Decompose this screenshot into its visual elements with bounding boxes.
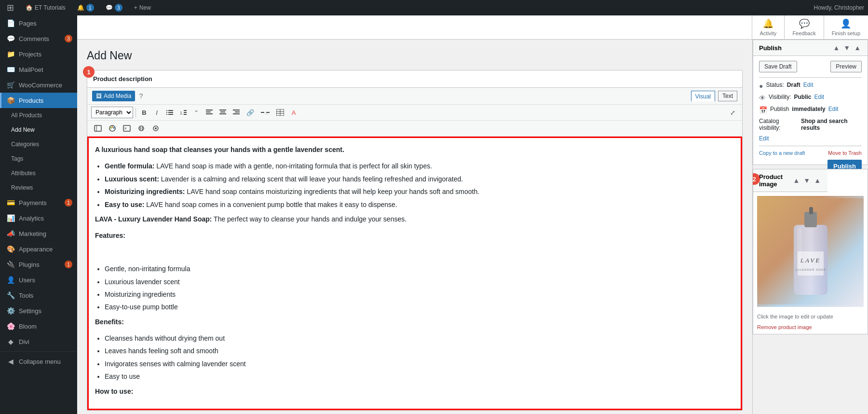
- italic-button[interactable]: I: [151, 107, 163, 118]
- tab-activity[interactable]: 🔔 Activity: [752, 15, 785, 39]
- svg-rect-0: [166, 110, 167, 111]
- sidebar-item-attributes[interactable]: Attributes: [0, 166, 77, 180]
- sidebar-item-mailpoet[interactable]: ✉️ MailPoet: [0, 62, 77, 77]
- blockquote-button[interactable]: ": [190, 107, 202, 118]
- sidebar-item-reviews[interactable]: Reviews: [0, 180, 77, 195]
- publish-box-toggle-btn[interactable]: ▼: [842, 44, 851, 52]
- publish-box-collapse-btn[interactable]: ▲: [832, 44, 841, 52]
- notifications-item[interactable]: 🔔 1: [74, 0, 97, 15]
- copy-draft-link[interactable]: Copy to a new draft: [759, 150, 805, 156]
- sidebar-item-divi[interactable]: ◆ Divi: [0, 334, 77, 349]
- publish-time-edit-link[interactable]: Edit: [828, 106, 839, 112]
- product-image-title: Product image: [759, 173, 792, 188]
- svg-rect-5: [168, 114, 173, 115]
- insert-table-button[interactable]: [273, 107, 287, 118]
- features-spacer: [95, 247, 734, 258]
- comments-item[interactable]: 💬 3: [103, 0, 125, 15]
- sidebar-item-products[interactable]: 📦 Products: [0, 93, 77, 108]
- sidebar-item-marketing[interactable]: 📣 Marketing: [0, 226, 77, 241]
- sidebar-item-label: Products: [19, 97, 43, 104]
- svg-point-38: [155, 127, 157, 129]
- users-icon: 👤: [6, 276, 15, 284]
- comments-icon: 💬: [106, 4, 113, 11]
- sidebar-item-collapse[interactable]: ◀ Collapse menu: [0, 354, 77, 369]
- custom-btn-5[interactable]: [149, 123, 163, 134]
- publish-box-close-btn[interactable]: ▲: [853, 44, 862, 52]
- insert-link-button[interactable]: 🔗: [244, 107, 257, 118]
- sidebar-item-appearance[interactable]: 🎨 Appearance: [0, 241, 77, 257]
- add-media-button[interactable]: 🖼 Add Media: [92, 91, 135, 101]
- header-bar: 🔔 Activity 💬 Feedback 👤 Finish setup: [77, 15, 868, 40]
- custom-btn-3[interactable]: ≡: [120, 123, 134, 134]
- site-name-item[interactable]: 🏠 ET Tutorials: [23, 0, 68, 15]
- status-edit-link[interactable]: Edit: [803, 82, 814, 88]
- product-image-toggle-btn[interactable]: ▼: [802, 177, 811, 184]
- woocommerce-icon: 🛒: [6, 81, 15, 89]
- sidebar-item-pages[interactable]: 📄 Pages: [0, 15, 77, 31]
- save-draft-button[interactable]: Save Draft: [759, 61, 797, 72]
- lava-line: LAVA - Luxury Lavender Hand Soap: The pe…: [95, 214, 734, 224]
- status-label: Status:: [766, 82, 784, 88]
- sidebar-item-label: Pages: [19, 20, 37, 27]
- help-icon[interactable]: ?: [139, 92, 143, 100]
- sidebar-item-woocommerce[interactable]: 🛒 WooCommerce: [0, 77, 77, 93]
- publish-box-title: Publish: [759, 44, 782, 52]
- catalog-edit-link[interactable]: Edit: [759, 135, 769, 142]
- svg-rect-3: [168, 112, 173, 113]
- align-left-button[interactable]: [203, 107, 216, 118]
- product-image-container[interactable]: LAVE LAVENDER SOAP: [753, 192, 868, 311]
- list-item: Luxurious scent: Lavender is a calming a…: [105, 174, 734, 184]
- sidebar-item-payments[interactable]: 💳 Payments 1: [0, 195, 77, 210]
- sidebar-item-comments[interactable]: 💬 Comments 3: [0, 31, 77, 46]
- custom-btn-2[interactable]: [106, 123, 119, 134]
- new-content-item[interactable]: + New: [131, 0, 154, 15]
- custom-btn-1[interactable]: [91, 123, 105, 134]
- tab-finish-setup[interactable]: 👤 Finish setup: [824, 15, 868, 39]
- wp-logo-item[interactable]: ⊞: [4, 0, 17, 15]
- mailpoet-icon: ✉️: [6, 66, 15, 73]
- tab-feedback[interactable]: 💬 Feedback: [784, 15, 823, 39]
- sidebar-item-add-new[interactable]: Add New: [0, 123, 77, 137]
- custom-btn-4[interactable]: [135, 123, 148, 134]
- ordered-list-button[interactable]: 1.: [177, 107, 190, 118]
- sidebar-item-analytics[interactable]: 📊 Analytics: [0, 210, 77, 226]
- bold-button[interactable]: B: [138, 107, 150, 118]
- preview-button[interactable]: Preview: [830, 61, 862, 72]
- product-image-collapse-btn[interactable]: ▲: [792, 177, 800, 184]
- svg-rect-46: [797, 227, 802, 271]
- expand-editor-button[interactable]: ⤢: [727, 107, 738, 118]
- move-trash-link[interactable]: Move to Trash: [828, 150, 862, 156]
- remove-product-image-link[interactable]: Remove product image: [753, 322, 868, 334]
- visual-tab[interactable]: Visual: [691, 91, 715, 101]
- sidebar-item-tools[interactable]: 🔧 Tools: [0, 288, 77, 303]
- visibility-edit-link[interactable]: Edit: [814, 94, 824, 100]
- sidebar-item-users[interactable]: 👤 Users: [0, 272, 77, 288]
- appearance-icon: 🎨: [6, 245, 15, 253]
- payments-icon: 💳: [6, 199, 15, 207]
- how-to-use-heading: How to use:: [95, 386, 734, 397]
- sidebar-item-label: Payments: [19, 199, 47, 207]
- editor-content[interactable]: A luxurious hand soap that cleanses your…: [87, 137, 742, 410]
- align-center-button[interactable]: [217, 107, 229, 118]
- tools-icon: 🔧: [6, 291, 15, 299]
- sidebar-item-categories[interactable]: Categories: [0, 137, 77, 152]
- product-image-box-header: Product image ▲ ▼ ▲: [753, 169, 827, 192]
- insert-more-button[interactable]: …: [258, 107, 272, 118]
- text-tab[interactable]: Text: [718, 91, 737, 101]
- sidebar-item-all-products[interactable]: All Products: [0, 108, 77, 123]
- catalog-edit-row: Edit: [759, 135, 862, 142]
- sidebar-item-projects[interactable]: 📁 Projects: [0, 46, 77, 62]
- product-image-close-btn[interactable]: ▲: [813, 177, 822, 184]
- unordered-list-button[interactable]: [163, 107, 176, 118]
- sidebar-item-bloom[interactable]: 🌸 Bloom: [0, 318, 77, 334]
- sidebar-item-settings[interactable]: ⚙️ Settings: [0, 303, 77, 318]
- align-right-button[interactable]: [230, 107, 243, 118]
- list-item: Leaves hands feeling soft and smooth: [105, 345, 734, 356]
- sidebar-item-plugins[interactable]: 🔌 Plugins 1: [0, 257, 77, 272]
- paragraph-format-select[interactable]: Paragraph Heading 1 Heading 2 Heading 3: [91, 107, 133, 118]
- wp-logo-icon: ⊞: [7, 2, 14, 13]
- sidebar-item-tags[interactable]: Tags: [0, 152, 77, 166]
- text-color-button[interactable]: A: [288, 107, 299, 118]
- page-title: Add New: [87, 49, 743, 62]
- sidebar-item-label: Settings: [19, 307, 41, 315]
